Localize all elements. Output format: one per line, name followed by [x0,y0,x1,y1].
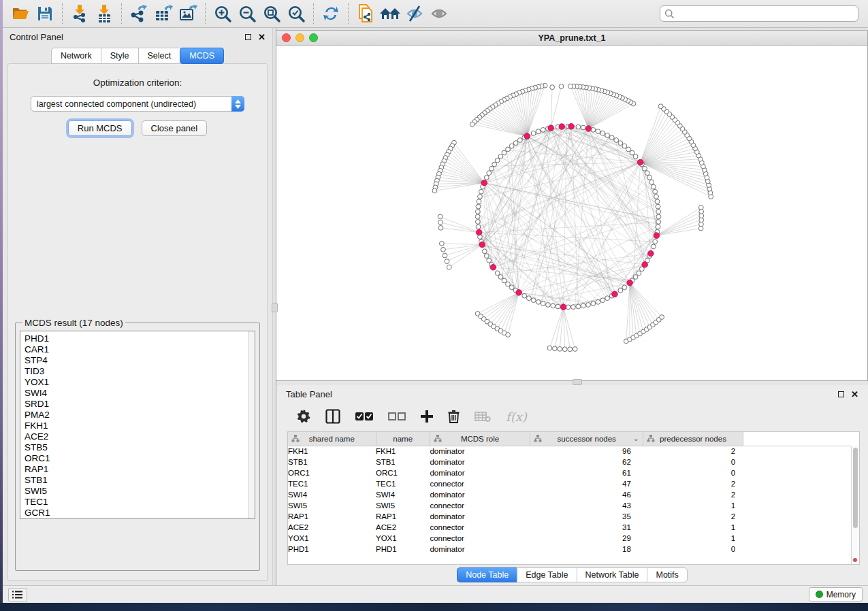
dominator-node[interactable] [612,291,618,297]
network-node[interactable] [517,138,522,143]
close-panel-button[interactable]: Close panel [142,120,208,136]
mcds-result-item[interactable]: CAR1 [25,344,255,355]
task-history-button[interactable] [8,588,27,601]
network-node[interactable] [626,147,631,152]
mcds-result-item[interactable]: PMA2 [25,410,255,420]
dominator-node[interactable] [476,229,482,235]
vertical-splitter[interactable] [272,28,276,585]
table-cell[interactable]: 0 [643,544,743,555]
network-node[interactable] [443,253,447,258]
table-cell[interactable]: SWI4 [376,489,430,500]
table-cell[interactable]: dominator [430,544,530,555]
network-node[interactable] [495,271,500,276]
network-node[interactable] [531,131,536,135]
mcds-result-item[interactable]: ORC1 [25,453,255,464]
unselect-all-icon[interactable] [388,412,406,421]
network-node[interactable] [600,298,605,303]
network-node[interactable] [502,150,507,155]
show-column-panel-icon[interactable] [325,409,340,424]
network-node[interactable] [656,214,661,219]
table-settings-gear-icon[interactable] [297,410,310,423]
network-node[interactable] [596,129,600,134]
dominator-node[interactable] [642,262,648,268]
table-scrollbar[interactable] [851,446,859,564]
zoom-selected-icon[interactable] [284,2,308,25]
function-builder-icon[interactable]: f(x) [506,410,527,424]
memory-button[interactable]: Memory [809,587,863,601]
network-node[interactable] [477,199,481,204]
mcds-result-item[interactable]: SWI4 [25,388,255,399]
network-node[interactable] [568,84,573,88]
table-cell[interactable]: dominator [430,511,530,522]
column-header-successor-nodes[interactable]: successor nodes⌄ [530,432,643,446]
network-node[interactable] [558,346,562,351]
close-panel-icon[interactable]: ✕ [851,390,858,399]
table-cell[interactable]: 35 [530,511,643,522]
tab-network[interactable]: Network [51,48,101,64]
mcds-result-item[interactable]: YOX1 [25,377,255,388]
table-cell[interactable]: RAP1 [376,511,430,522]
tab-select[interactable]: Select [138,48,180,64]
mcds-result-item[interactable]: RAP1 [25,464,255,475]
network-node[interactable] [654,195,659,199]
network-node[interactable] [506,333,511,337]
dominator-node[interactable] [585,126,592,132]
mcds-result-item[interactable]: STP4 [25,355,255,366]
network-node[interactable] [484,175,489,180]
network-node[interactable] [618,288,623,293]
network-node[interactable] [633,154,638,159]
table-row[interactable]: RAP1RAP1dominator352 [288,511,851,522]
network-node[interactable] [645,171,649,176]
table-row[interactable]: SWI5SWI5connector431 [288,500,851,511]
network-node[interactable] [576,304,581,309]
table-cell[interactable]: RAP1 [288,511,376,522]
delete-table-icon[interactable] [475,410,491,423]
dominator-node[interactable] [627,280,633,286]
table-row[interactable]: STB1STB1dominator620 [288,457,851,467]
column-header-shared-name[interactable]: shared name [288,432,376,446]
export-table-icon[interactable] [151,2,176,25]
network-titlebar[interactable]: YPA_prune.txt_1 [276,31,867,46]
dominator-node[interactable] [559,124,565,130]
table-cell[interactable]: PHD1 [376,544,430,555]
network-node[interactable] [605,296,610,301]
mcds-result-item[interactable]: TEC1 [25,497,255,508]
scrollbar-thumb[interactable] [853,448,858,528]
network-node[interactable] [482,249,487,254]
network-node[interactable] [571,305,576,310]
table-cell[interactable]: PHD1 [288,544,376,555]
table-cell[interactable]: SWI4 [288,489,376,500]
network-node[interactable] [506,147,511,152]
network-node[interactable] [509,285,514,290]
table-cell[interactable]: 2 [643,489,743,500]
table-cell[interactable]: 47 [530,478,643,489]
network-node[interactable] [546,303,551,308]
table-cell[interactable]: dominator [430,446,530,457]
network-node[interactable] [596,299,600,304]
dominator-node[interactable] [524,133,530,139]
network-node[interactable] [568,347,573,352]
table-cell[interactable]: FKH1 [376,446,430,457]
network-node[interactable] [552,346,557,351]
table-row[interactable]: TEC1TEC1connector472 [288,478,851,489]
table-cell[interactable]: SWI5 [288,500,376,511]
network-node[interactable] [522,293,527,298]
table-row[interactable]: FKH1FKH1dominator962 [288,446,851,457]
network-node[interactable] [660,315,664,320]
table-cell[interactable]: 0 [643,467,743,478]
column-header-name[interactable]: name [376,432,430,446]
network-node[interactable] [438,220,443,225]
hide-selected-icon[interactable] [402,2,427,25]
network-node[interactable] [658,104,663,109]
network-node[interactable] [653,189,658,194]
table-cell[interactable]: STB1 [376,457,430,467]
network-node[interactable] [656,210,661,214]
table-cell[interactable]: 2 [643,511,743,522]
network-node[interactable] [562,347,567,352]
neighborhood-homes-icon[interactable] [378,2,402,25]
network-node[interactable] [649,180,654,184]
table-cell[interactable]: SWI5 [376,500,430,511]
open-folder-icon[interactable] [8,2,33,25]
mcds-result-item[interactable]: FKH1 [25,420,255,431]
column-header-predecessor-nodes[interactable]: predecessor nodes [643,432,743,446]
